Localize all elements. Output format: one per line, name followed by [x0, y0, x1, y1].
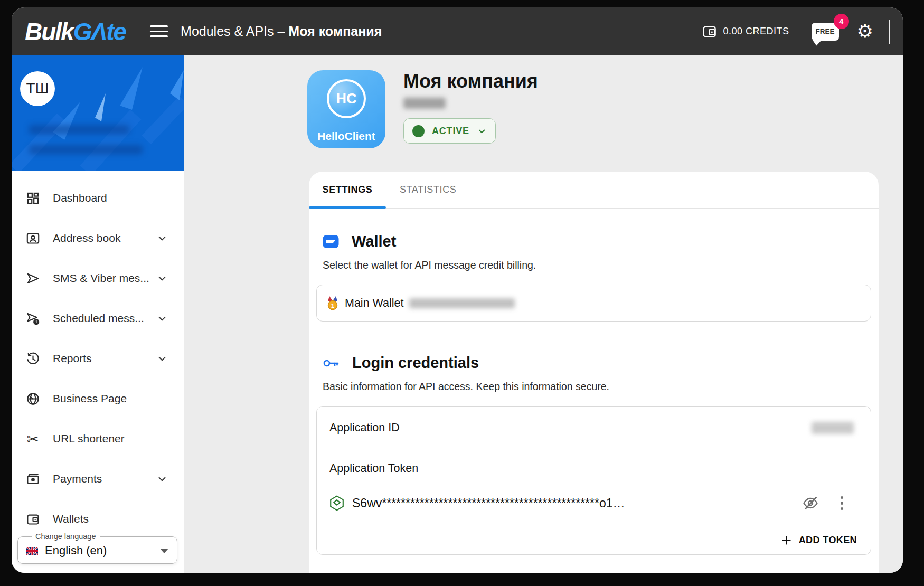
- language-selector-label: Change language: [32, 532, 100, 541]
- company-name-title: Моя компания: [403, 70, 538, 92]
- status-dot: [412, 125, 425, 137]
- sidebar-item-label: Dashboard: [53, 192, 107, 204]
- logo-part-2: GΛte: [73, 18, 126, 45]
- app-badge-initials: HC: [327, 79, 366, 118]
- sidebar-item-business-page[interactable]: Business Page: [12, 379, 184, 419]
- application-token-block: Application Token S6wv******************…: [317, 449, 871, 526]
- hamburger-menu-icon[interactable]: [150, 25, 168, 37]
- sidebar-item-label: Business Page: [53, 392, 127, 405]
- credit-wallet-icon: [702, 24, 718, 40]
- sidebar-profile-panel: ТШ: [12, 55, 184, 171]
- dropdown-caret-icon: [160, 549, 168, 553]
- tab-statistics[interactable]: STATISTICS: [386, 172, 470, 208]
- sidebar-menu: Dashboard Address book: [12, 171, 184, 539]
- sidebar-item-dashboard[interactable]: Dashboard: [12, 178, 184, 218]
- helloclient-app-badge[interactable]: HC HelloClient: [307, 70, 385, 148]
- chevron-down-icon: [156, 232, 168, 244]
- redacted-application-id: [812, 422, 854, 434]
- application-id-label: Application ID: [329, 421, 400, 434]
- sidebar-item-scheduled[interactable]: Scheduled mess...: [12, 298, 184, 338]
- credentials-section-description: Basic information for API access. Keep t…: [323, 381, 871, 393]
- medal-icon: 1: [327, 296, 338, 310]
- notification-count-badge: 4: [834, 14, 849, 29]
- wallet-section-title: Wallet: [352, 233, 396, 250]
- sidebar-item-label: Payments: [53, 472, 102, 485]
- avatar[interactable]: ТШ: [20, 71, 55, 106]
- sidebar-item-payments[interactable]: Payments: [12, 459, 184, 499]
- sidebar-item-reports[interactable]: Reports: [12, 338, 184, 379]
- sidebar-item-label: SMS & Viber mes...: [53, 272, 149, 285]
- token-options-kebab-menu[interactable]: [841, 496, 844, 511]
- credits-balance[interactable]: 0.00 CREDITS: [702, 24, 789, 40]
- sidebar-item-label: Scheduled mess...: [53, 312, 144, 325]
- banknote-icon: [25, 471, 40, 486]
- tab-bar: SETTINGS STATISTICS: [309, 172, 879, 209]
- wallet-section-description: Select the wallet for API message credit…: [323, 259, 871, 271]
- sidebar-item-url-shortener[interactable]: ✂ URL shortener: [12, 419, 184, 459]
- application-header: HC HelloClient Моя компания ACTIVE: [307, 70, 538, 148]
- svg-text:1: 1: [331, 302, 334, 308]
- status-dropdown[interactable]: ACTIVE: [403, 118, 496, 144]
- page-title: Modules & APIs – Моя компания: [181, 24, 382, 39]
- eye-off-icon: [803, 495, 818, 511]
- credits-amount: 0.00 CREDITS: [723, 26, 789, 37]
- globe-icon: [25, 391, 40, 406]
- wallet-icon: [25, 512, 40, 526]
- language-selected-value: English (en): [45, 544, 107, 557]
- app-window: BulkGΛte Modules & APIs – Моя компания 0…: [12, 7, 903, 573]
- masked-token-value: S6wv************************************…: [352, 496, 803, 511]
- credentials-section-title: Login credentials: [352, 354, 479, 372]
- language-selector[interactable]: Change language English (en): [17, 532, 177, 564]
- key-icon: [323, 356, 340, 371]
- logo-part-1: Bulk: [25, 18, 73, 45]
- free-notifications-button[interactable]: FREE 4: [812, 23, 839, 41]
- sidebar-item-label: Reports: [53, 352, 92, 365]
- gear-icon[interactable]: ⚙: [857, 22, 873, 41]
- redacted-wallet-id: [409, 298, 515, 308]
- application-id-row: Application ID: [317, 407, 871, 449]
- scissors-icon: ✂: [25, 431, 40, 446]
- page-title-prefix: Modules & APIs –: [181, 24, 288, 39]
- settings-card: SETTINGS STATISTICS Wallet Select the wa…: [309, 172, 879, 573]
- redacted-user-email: [29, 145, 143, 154]
- toggle-token-visibility-button[interactable]: [803, 495, 818, 511]
- address-book-icon: [25, 231, 40, 245]
- chevron-down-icon: [156, 313, 168, 324]
- app-badge-name: HelloClient: [317, 130, 375, 143]
- page-title-company: Моя компания: [288, 24, 382, 39]
- application-token-label: Application Token: [329, 462, 418, 475]
- chevron-down-icon: [477, 126, 487, 136]
- add-token-label: ADD TOKEN: [799, 535, 857, 546]
- chevron-down-icon: [156, 272, 168, 284]
- selected-wallet-name: Main Wallet: [345, 297, 404, 310]
- chevron-down-icon: [156, 353, 168, 364]
- sidebar-item-label: Wallets: [53, 513, 89, 525]
- dashboard-icon: [25, 191, 40, 205]
- status-label: ACTIVE: [432, 126, 469, 137]
- token-shield-icon: [329, 495, 344, 511]
- sidebar-item-label: URL shortener: [53, 432, 125, 445]
- sidebar: ТШ Dashboard: [12, 55, 184, 573]
- tab-settings[interactable]: SETTINGS: [309, 172, 386, 208]
- token-row: S6wv************************************…: [329, 495, 858, 526]
- main-content: HC HelloClient Моя компания ACTIVE SETTI…: [184, 55, 903, 573]
- wallet-select[interactable]: 1 Main Wallet: [316, 285, 871, 322]
- plus-icon: [781, 535, 792, 546]
- sidebar-item-address-book[interactable]: Address book: [12, 218, 184, 258]
- uk-flag-icon: [26, 547, 38, 555]
- history-icon: [25, 351, 40, 366]
- sidebar-item-sms-viber[interactable]: SMS & Viber mes...: [12, 258, 184, 298]
- wallet-section-icon: [323, 234, 339, 249]
- bulkgate-logo[interactable]: BulkGΛte: [25, 17, 126, 46]
- avatar-initials: ТШ: [26, 80, 49, 97]
- header-divider: [889, 20, 890, 44]
- sidebar-item-label: Address book: [53, 232, 120, 244]
- credentials-card: Application ID Application Token: [316, 406, 871, 555]
- send-icon: [25, 271, 40, 286]
- chevron-down-icon: [156, 473, 168, 485]
- send-clock-icon: [25, 311, 40, 326]
- redacted-user-name: [29, 125, 129, 134]
- add-token-button[interactable]: ADD TOKEN: [317, 526, 871, 554]
- top-header: BulkGΛte Modules & APIs – Моя компания 0…: [12, 7, 903, 55]
- redacted-company-id: [403, 98, 446, 109]
